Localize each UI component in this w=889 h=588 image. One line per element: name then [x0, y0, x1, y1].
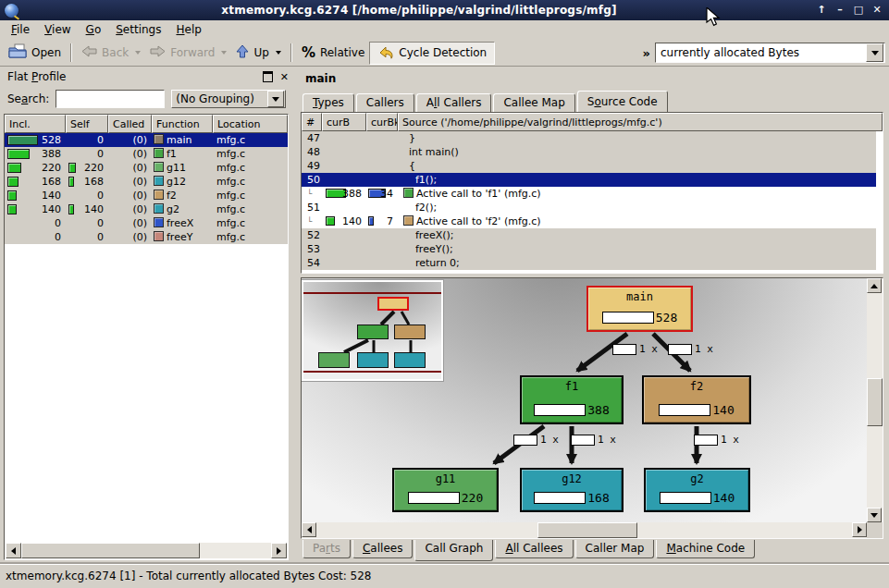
- source-line[interactable]: 54 return 0;: [302, 256, 883, 270]
- minimize-button[interactable]: –: [833, 4, 846, 17]
- table-row[interactable]: 388 0 (0) f1 mfg.c: [5, 147, 288, 161]
- scrollbar-thumb[interactable]: [537, 522, 637, 538]
- tab-all-callees[interactable]: All Callees: [495, 540, 573, 558]
- scrollbar-thumb[interactable]: [867, 378, 883, 426]
- up-button[interactable]: Up: [231, 42, 285, 64]
- column-header-curb[interactable]: curB: [322, 113, 366, 131]
- column-header-called[interactable]: Called: [108, 115, 152, 133]
- grouping-dropdown-button[interactable]: [267, 91, 284, 107]
- search-input[interactable]: [56, 90, 165, 108]
- tab-callees[interactable]: Callees: [352, 540, 413, 558]
- source-line[interactable]: 47}: [302, 131, 883, 145]
- tab-source-code[interactable]: Source Code: [577, 91, 668, 112]
- tab-all-callers[interactable]: All Callers: [416, 93, 492, 112]
- toolbar-overflow-chevron[interactable]: »: [638, 46, 655, 60]
- source-code-view: # curB curBk Source ('/home/philippe/val…: [301, 112, 883, 274]
- table-row[interactable]: 140 0 (0) f2 mfg.c: [5, 189, 288, 202]
- column-header-line[interactable]: #: [302, 113, 322, 131]
- scroll-left-button[interactable]: [302, 522, 316, 537]
- function-color-icon: [154, 203, 164, 214]
- source-line[interactable]: 49{: [302, 159, 883, 173]
- call-graph-canvas[interactable]: main 528 f1 388 f2 140 g11 220 g12 168 g…: [302, 278, 867, 522]
- graph-node-g2[interactable]: g2 140: [644, 468, 750, 512]
- tab-parts[interactable]: Parts: [303, 540, 351, 558]
- flat-profile-hscrollbar[interactable]: [6, 543, 287, 558]
- column-header-self[interactable]: Self: [66, 115, 108, 133]
- dock-float-icon[interactable]: [263, 71, 273, 82]
- menu-go[interactable]: Go: [79, 21, 109, 39]
- open-folder-icon: [8, 43, 27, 62]
- graph-node-main[interactable]: main 528: [586, 286, 693, 332]
- dock-close-icon[interactable]: ✕: [280, 72, 289, 82]
- column-header-function[interactable]: Function: [152, 115, 213, 133]
- dock-titlebar[interactable]: Flat Profile ✕: [2, 67, 294, 86]
- source-line[interactable]: 53 freeY();: [302, 242, 883, 256]
- source-line[interactable]: 48int main(): [302, 145, 883, 159]
- table-row[interactable]: 220 220 (0) g11 mfg.c: [5, 161, 288, 175]
- minimap-node-g2: [394, 352, 426, 368]
- scroll-up-button[interactable]: [867, 278, 882, 293]
- statusbar: xtmemory.kcg.6274 [1] - Total currently …: [0, 564, 889, 588]
- edge-label: 1 x: [612, 343, 658, 355]
- cost-type-select[interactable]: currently allocated Bytes: [655, 43, 885, 63]
- scroll-right-button[interactable]: [852, 522, 867, 537]
- graph-node-f1[interactable]: f1 388: [520, 375, 624, 424]
- column-header-incl[interactable]: Incl.: [5, 115, 66, 133]
- menu-help[interactable]: Help: [168, 21, 208, 39]
- back-dropdown-icon[interactable]: [135, 51, 141, 55]
- menu-settings[interactable]: Settings: [108, 21, 168, 39]
- open-button[interactable]: Open: [4, 42, 66, 64]
- active-call-line[interactable]: └ 140 7 Active call to 'f2' (mfg.c): [302, 214, 883, 228]
- tab-call-graph[interactable]: Call Graph: [414, 540, 493, 561]
- table-row[interactable]: 528 0 (0) main mfg.c: [5, 133, 288, 147]
- graph-node-f2[interactable]: f2 140: [642, 375, 751, 424]
- scroll-down-button[interactable]: [867, 508, 882, 522]
- table-row[interactable]: 0 0 (0) freeX mfg.c: [5, 216, 288, 230]
- cost-bar: [408, 492, 460, 504]
- close-button[interactable]: ✕: [870, 4, 883, 17]
- active-call-line[interactable]: └ 388 34 Active call to 'f1' (mfg.c): [302, 187, 883, 201]
- relative-toggle-button[interactable]: % Relative: [297, 42, 369, 64]
- scroll-right-button[interactable]: [271, 543, 287, 558]
- titlebar[interactable]: xtmemory.kcg.6274 [/home/philippe/valgri…: [0, 0, 889, 20]
- menu-view[interactable]: View: [37, 21, 78, 39]
- forward-dropdown-icon[interactable]: [221, 51, 227, 55]
- cost-type-dropdown-button[interactable]: [866, 43, 883, 62]
- source-line-selected[interactable]: 50 f1();: [302, 173, 883, 187]
- back-button[interactable]: Back: [77, 42, 145, 64]
- graph-node-g11[interactable]: g11 220: [392, 468, 499, 512]
- column-header-source[interactable]: Source ('/home/philippe/valgrind/littlep…: [398, 113, 883, 131]
- tab-types[interactable]: Types: [303, 93, 354, 112]
- source-line[interactable]: 51 f2();: [302, 201, 883, 214]
- source-line[interactable]: 52 freeX();: [302, 228, 883, 242]
- graph-vscrollbar[interactable]: [867, 278, 883, 522]
- app-icon: [5, 4, 19, 18]
- tab-callee-map[interactable]: Callee Map: [493, 93, 574, 112]
- column-header-curbk[interactable]: curBk: [366, 113, 398, 131]
- table-row[interactable]: 140 140 (0) g2 mfg.c: [5, 202, 288, 216]
- source-vscrollbar[interactable]: [876, 131, 883, 273]
- scroll-left-button[interactable]: [6, 543, 21, 558]
- tab-machine-code[interactable]: Machine Code: [656, 540, 755, 558]
- graph-overview-minimap[interactable]: [302, 280, 443, 381]
- menu-file[interactable]: File: [4, 21, 37, 39]
- cost-bar: [534, 492, 586, 504]
- graph-node-g12[interactable]: g12 168: [520, 468, 624, 512]
- grouping-select[interactable]: (No Grouping): [171, 90, 286, 108]
- cycle-detection-toggle-button[interactable]: Cycle Detection: [369, 42, 495, 65]
- scrollbar-thumb[interactable]: [21, 543, 200, 558]
- graph-hscrollbar[interactable]: [302, 522, 867, 538]
- top-tabbar: Types Callers All Callers Callee Map Sou…: [303, 91, 670, 112]
- forward-button[interactable]: Forward: [145, 42, 231, 64]
- maximize-button[interactable]: □: [852, 4, 865, 17]
- up-dropdown-icon[interactable]: [276, 51, 281, 55]
- function-color-icon: [154, 176, 164, 186]
- table-row[interactable]: 168 168 (0) g12 mfg.c: [5, 175, 288, 189]
- mouse-cursor: [706, 7, 721, 31]
- function-color-icon: [403, 188, 414, 198]
- table-row[interactable]: 0 0 (0) freeY mfg.c: [5, 230, 288, 244]
- column-header-location[interactable]: Location: [213, 115, 288, 133]
- shade-button[interactable]: ↑: [815, 4, 828, 17]
- tab-caller-map[interactable]: Caller Map: [575, 540, 655, 558]
- tab-callers[interactable]: Callers: [356, 93, 414, 112]
